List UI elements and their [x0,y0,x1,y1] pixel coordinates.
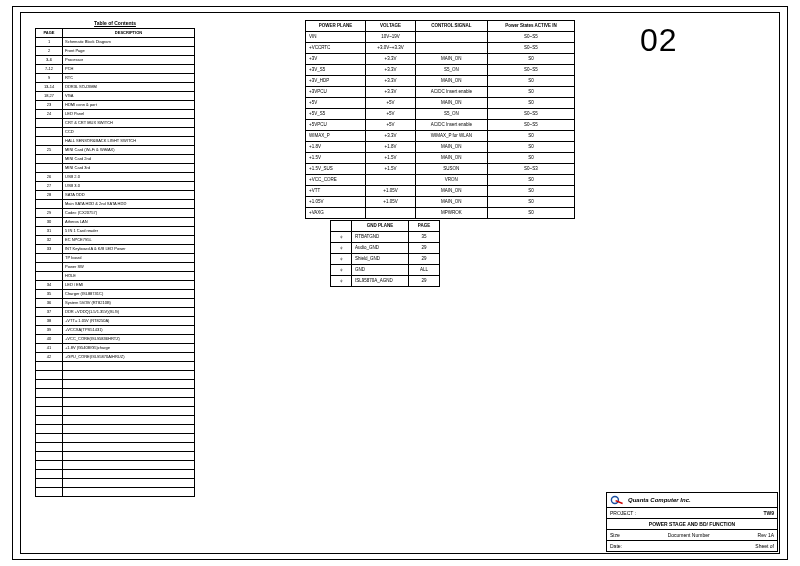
table-row: +1.8V+1.8VMAIN_ONS0 [306,142,575,153]
table-row: +3VPCU+3.3VAC/DC Insert enableS0 [306,87,575,98]
gnd-header: PAGE [409,221,440,232]
table-row: 29Codec (CX20757) [36,209,195,218]
docno-label: Document Number [668,532,710,538]
table-row: 23HDMI conn & port [36,101,195,110]
gnd-symbol-icon: ⏚ [331,232,352,243]
gnd-plane-table: GND PLANEPAGE⏚RTBATGND35⏚Audio_GND29⏚Shi… [330,220,440,287]
table-row: +VCCRTC+3.0V~+3.3VS0~S5 [306,43,575,54]
table-row: 25MINI Card (Wi-Fi & WiMAX) [36,146,195,155]
table-row: HOLE [36,272,195,281]
company-name: Quanta Computer Inc. [628,497,691,503]
table-row: +VTT+1.05VMAIN_ONS0 [306,186,575,197]
table-row: 2Front Page [36,47,195,56]
power-header: POWER PLANE [306,21,366,32]
table-row: 40+VCC_CORE(ISL95836HRTZ) [36,335,195,344]
gnd-symbol-icon: ⏚ [331,276,352,287]
table-row: ⏚Shield_GND29 [331,254,440,265]
table-row [36,488,195,497]
table-row: +1.5V_SUS+1.5VSUSONS0~S3 [306,164,575,175]
table-row: 28SATA ODD [36,191,195,200]
gnd-header: GND PLANE [352,221,409,232]
table-row [36,416,195,425]
gnd-plane-table-wrap: GND PLANEPAGE⏚RTBATGND35⏚Audio_GND29⏚Shi… [330,220,440,287]
table-row: ⏚Audio_GND29 [331,243,440,254]
table-row [36,434,195,443]
table-row: 42+GPU_CORE(ISL95870AIHRUZ) [36,353,195,362]
table-row: +5V+5VMAIN_ONS0 [306,98,575,109]
table-row [36,407,195,416]
sheet-label: Sheet [755,543,768,549]
quanta-logo-icon [610,495,624,505]
table-row: CRT & CRT MUX SWITCH [36,119,195,128]
table-row: 13-14DDR3L SO-DIMM [36,83,195,92]
power-header: CONTROL SIGNAL [415,21,487,32]
power-header: Power States ACTIVE IN [487,21,574,32]
table-row [36,389,195,398]
gnd-symbol-icon: ⏚ [331,243,352,254]
power-plane-table-wrap: POWER PLANEVOLTAGECONTROL SIGNALPower St… [305,20,575,219]
table-row [36,362,195,371]
gnd-symbol-icon: ⏚ [331,254,352,265]
sheet-of: of [770,543,774,549]
table-row: 37DDR +VDDQ(1.5/1.35V)(SLG) [36,308,195,317]
table-row: ⏚RTBATGND35 [331,232,440,243]
table-row [36,461,195,470]
table-row: 7-12PCH [36,65,195,74]
table-row: 24LED Panel [36,110,195,119]
gnd-symbol-icon: ⏚ [331,265,352,276]
project-label: PROJECT : [610,510,636,516]
table-row [36,479,195,488]
table-row: 18,27VGA [36,92,195,101]
table-row: 38+VTT= 1.05V (RT8250A) [36,317,195,326]
table-row: Power SW [36,263,195,272]
table-row: +3V_HDP+3.3VMAIN_ONS0 [306,76,575,87]
table-row: VIN10V~19VS0~S5 [306,32,575,43]
sheet-title: POWER STAGE AND BD/ FUNCTION [610,521,774,527]
table-row: +3V+3.3VMAIN_ONS0 [306,54,575,65]
table-row: +3V_S5+3.3VS5_ONS0~S5 [306,65,575,76]
table-row: 3-6Processor [36,56,195,65]
date-label: Date: [610,543,622,549]
table-row: MINI Card 2nd [36,155,195,164]
toc-header: DESCRIPTION [63,29,195,38]
size-label: Size [610,532,620,538]
table-row: CCD [36,128,195,137]
table-row: 33INT Keyboard A & K/B LED Power [36,245,195,254]
toc-table: PAGEDESCRIPTION1Schematic Block Diagram2… [35,28,195,497]
table-row: 34LED / EMI [36,281,195,290]
table-of-contents: Table of Contents PAGEDESCRIPTION1Schema… [35,20,195,497]
title-block: Quanta Computer Inc. PROJECT : TW9 POWER… [606,492,778,552]
toc-title: Table of Contents [35,20,195,26]
table-row [36,425,195,434]
project-value: TW9 [763,510,774,516]
table-row: +5VPCU+5VAC/DC Insert enableS0~S5 [306,120,575,131]
table-row [36,452,195,461]
table-row: WIMAX_P+3.3VWIMAX_P for WLANS0 [306,131,575,142]
table-row [36,380,195,389]
table-row: 9RTC [36,74,195,83]
table-row [36,470,195,479]
power-plane-table: POWER PLANEVOLTAGECONTROL SIGNALPower St… [305,20,575,219]
table-row: 30Atheros LAN [36,218,195,227]
table-row: 36System 5V/3V (RT8210B) [36,299,195,308]
table-row: 35Charger (ISL88731C) [36,290,195,299]
table-row [36,443,195,452]
table-row: +VAXGMPWROKS0 [306,208,575,219]
rev-label: Rev [758,532,767,538]
table-row: +1.05V+1.05VMAIN_ONS0 [306,197,575,208]
table-row: ⏚GNDALL [331,265,440,276]
table-row: 315 IN 1 Card reader [36,227,195,236]
table-row: +VCC_COREVRONS0 [306,175,575,186]
table-row: 27USB 3.0 [36,182,195,191]
table-row: 32EC NPCE795L [36,236,195,245]
table-row: 41+1.8V (G5408/G5)charge [36,344,195,353]
table-row: HALL SENSOR&BACK LIGHT SWITCH [36,137,195,146]
table-row [36,371,195,380]
table-row: +5V_S5+5VS5_ONS0~S5 [306,109,575,120]
table-row: 26USB 2.0 [36,173,195,182]
table-row: 1Schematic Block Diagram [36,38,195,47]
table-row [36,398,195,407]
toc-header: PAGE [36,29,63,38]
table-row: Main SATA HDD & 2nd SATA HDD [36,200,195,209]
table-row: MINI Card 3rd [36,164,195,173]
